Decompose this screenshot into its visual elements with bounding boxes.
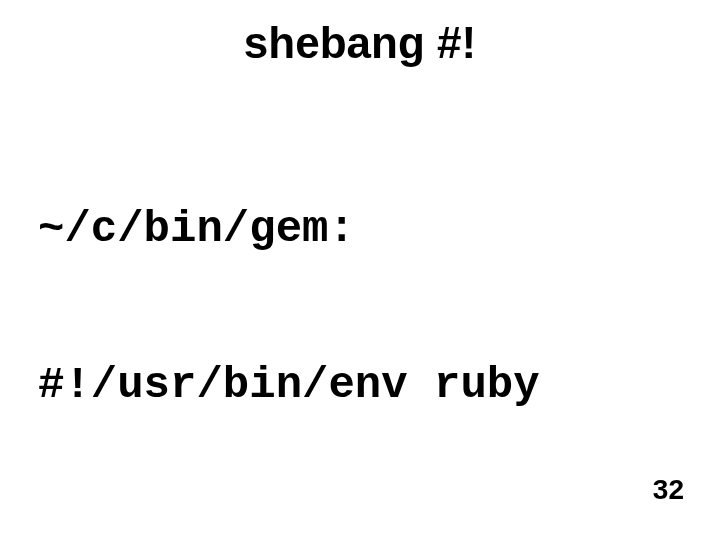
slide-body: ~/c/bin/gem: #!/usr/bin/env ruby ~/c/bin… <box>38 100 682 540</box>
code-line: #!/usr/bin/env ruby <box>38 360 682 412</box>
slide: shebang #! ~/c/bin/gem: #!/usr/bin/env r… <box>0 0 720 540</box>
slide-title: shebang #! <box>0 18 720 68</box>
code-line: ~/c/bin/gem: <box>38 204 682 256</box>
page-number: 32 <box>653 474 684 506</box>
code-block-gem: ~/c/bin/gem: #!/usr/bin/env ruby <box>38 100 682 515</box>
